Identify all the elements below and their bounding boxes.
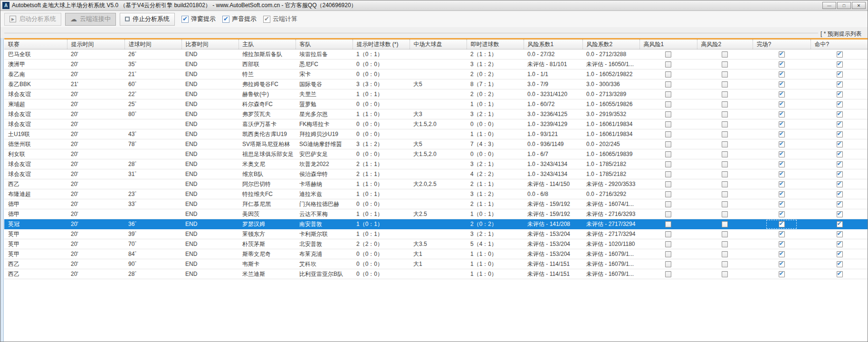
- table-row[interactable]: 英甲20'84ˉEND斯蒂文尼奇布莱克浦0（0：0）大11（1：0）未评估 - …: [4, 249, 868, 259]
- finished-checkbox[interactable]: ✔: [779, 91, 785, 98]
- finished-checkbox[interactable]: ✔: [779, 221, 785, 227]
- high-risk1-checkbox[interactable]: [665, 61, 671, 68]
- column-header-6[interactable]: 提示时进球数 (*): [353, 39, 410, 49]
- sound-alert-checkbox[interactable]: ✔: [222, 16, 229, 23]
- table-row[interactable]: 巴马全联20'26ˉEND维拉加斯后备队埃雷拉后备1（0：1）2（1：1）0.0…: [4, 49, 868, 59]
- high-risk2-checkbox[interactable]: [722, 101, 728, 107]
- high-risk1-checkbox[interactable]: [665, 111, 671, 117]
- high-risk1-checkbox[interactable]: [665, 231, 671, 237]
- high-risk1-checkbox[interactable]: [665, 241, 671, 247]
- cloud-compute-checkbox[interactable]: ✔: [263, 16, 270, 23]
- finished-checkbox[interactable]: ✔: [779, 51, 785, 58]
- table-row[interactable]: 英冠20'36ˉEND罗瑟汉姆南安普敦1（0：1）2（0：2）未评估 - 141…: [4, 219, 868, 229]
- high-risk1-checkbox[interactable]: [665, 71, 671, 78]
- table-row[interactable]: 德甲20'END美因茨云达不莱梅1（0：1）大2.51（0：1）未评估 - 15…: [4, 209, 868, 219]
- finished-checkbox[interactable]: ✔: [779, 101, 785, 107]
- column-header-2[interactable]: 进球时间: [124, 39, 181, 49]
- table-row[interactable]: 西乙20'28ˉEND米兰迪斯比利亚雷亚尔B队0（0：0）1（1：0）未评估 -…: [4, 269, 868, 279]
- high-risk2-checkbox[interactable]: [722, 211, 728, 217]
- table-row[interactable]: 澳洲甲20'35ˉEND西部联悉尼FC0（0：0）3（1：2）未评估 - 81/…: [4, 59, 868, 69]
- finished-checkbox[interactable]: ✔: [779, 261, 785, 267]
- column-header-11[interactable]: 高风险1: [639, 39, 697, 49]
- high-risk2-checkbox[interactable]: [722, 81, 728, 88]
- table-row[interactable]: 利女联20'END祖思足球俱乐部女足安巴萨女足0（0：0）大1.5,2.00（0…: [4, 149, 868, 159]
- high-risk1-checkbox[interactable]: [665, 131, 671, 137]
- high-risk1-checkbox[interactable]: [665, 101, 671, 107]
- high-risk1-checkbox[interactable]: [665, 171, 671, 177]
- high-risk1-checkbox[interactable]: [665, 161, 671, 167]
- high-risk1-checkbox[interactable]: [665, 211, 671, 217]
- table-row[interactable]: 柬埔超20'25ˉEND科尔森奇FC菠萝勉0（0：0）1（0：1）1.0 - 6…: [4, 99, 868, 109]
- hit-checkbox[interactable]: ✔: [837, 141, 843, 147]
- finished-checkbox[interactable]: ✔: [779, 191, 785, 197]
- table-row[interactable]: 西乙20'90ˉEND韦斯卡艾科坎0（0：0）大11（1：0）未评估 - 114…: [4, 259, 868, 269]
- high-risk2-checkbox[interactable]: [722, 161, 728, 167]
- hit-checkbox[interactable]: ✔: [837, 231, 843, 237]
- high-risk2-checkbox[interactable]: [722, 151, 728, 157]
- high-risk1-checkbox[interactable]: [665, 81, 671, 88]
- high-risk1-checkbox[interactable]: [665, 201, 671, 207]
- column-header-1[interactable]: 提示时间: [67, 39, 124, 49]
- hit-checkbox[interactable]: ✔: [837, 101, 843, 107]
- high-risk2-checkbox[interactable]: [722, 271, 728, 277]
- high-risk2-checkbox[interactable]: [722, 111, 728, 117]
- column-header-4[interactable]: 主队: [238, 39, 296, 49]
- table-row[interactable]: 德甲20'33ˉEND拜仁慕尼黑门兴格拉德巴赫0（0：0）2（1：1）未评估 -…: [4, 199, 868, 209]
- maximize-button[interactable]: □: [837, 2, 851, 9]
- column-header-0[interactable]: 联赛: [4, 39, 67, 49]
- table-row[interactable]: 球会友谊20'80ˉEND弗罗茨瓦夫星光多尔恩1（1：0）大33（2：1）3.0…: [4, 109, 868, 119]
- cloud-connecting-button[interactable]: ☁ 云端连接中: [65, 13, 116, 26]
- table-row[interactable]: 英甲20'70ˉEND朴茨茅斯北安普敦2（2：0）大3.55（4：1）未评估 -…: [4, 239, 868, 249]
- high-risk2-checkbox[interactable]: [722, 71, 728, 78]
- high-risk1-checkbox[interactable]: [665, 251, 671, 257]
- finished-checkbox[interactable]: ✔: [779, 71, 785, 78]
- high-risk2-checkbox[interactable]: [722, 91, 728, 98]
- high-risk2-checkbox[interactable]: [722, 181, 728, 187]
- column-header-5[interactable]: 客队: [296, 39, 353, 49]
- finished-checkbox[interactable]: ✔: [779, 61, 785, 68]
- high-risk1-checkbox[interactable]: [665, 51, 671, 58]
- finished-checkbox[interactable]: ✔: [779, 161, 785, 167]
- high-risk1-checkbox[interactable]: [665, 141, 671, 147]
- high-risk1-checkbox[interactable]: [665, 91, 671, 98]
- finished-checkbox[interactable]: ✔: [779, 271, 785, 277]
- hit-checkbox[interactable]: ✔: [837, 131, 843, 137]
- finished-checkbox[interactable]: ✔: [779, 141, 785, 147]
- hit-checkbox[interactable]: ✔: [837, 111, 843, 117]
- finished-checkbox[interactable]: ✔: [779, 201, 785, 207]
- high-risk1-checkbox[interactable]: [665, 121, 671, 127]
- table-row[interactable]: 英甲20'39ˉEND莱顿东方卡利斯尔联1（0：1）3（2：1）未评估 - 15…: [4, 229, 868, 239]
- table-row[interactable]: 球会友谊20'31ˉEND维京B队侯治森华特2（1：1）4（2：2）1.0 - …: [4, 169, 868, 179]
- finished-checkbox[interactable]: ✔: [779, 81, 785, 88]
- hit-checkbox[interactable]: ✔: [837, 161, 843, 167]
- table-row[interactable]: 球会友谊20'END嘉沃伊万基卡FK梅塔拉卡0（0：0）大1.5,2.00（0：…: [4, 119, 868, 129]
- high-risk2-checkbox[interactable]: [722, 61, 728, 68]
- table-row[interactable]: 德堡州联20'78ˉENDSV塔斯马尼亚柏林SG迪纳摩舒维茵3（1：2）大57（…: [4, 139, 868, 149]
- column-header-8[interactable]: 即时进球数: [467, 39, 524, 49]
- hit-checkbox[interactable]: ✔: [837, 151, 843, 157]
- finished-checkbox[interactable]: ✔: [779, 181, 785, 187]
- minimize-button[interactable]: —: [822, 2, 836, 9]
- hit-checkbox[interactable]: ✔: [837, 221, 843, 227]
- hit-checkbox[interactable]: ✔: [837, 171, 843, 177]
- high-risk2-checkbox[interactable]: [722, 191, 728, 197]
- column-header-13[interactable]: 完场?: [753, 39, 811, 49]
- hit-checkbox[interactable]: ✔: [837, 121, 843, 127]
- finished-checkbox[interactable]: ✔: [779, 111, 785, 117]
- column-header-7[interactable]: 中场大球盘: [410, 39, 467, 49]
- side-panel-splitter[interactable]: [0, 38, 4, 342]
- finished-checkbox[interactable]: ✔: [779, 121, 785, 127]
- high-risk2-checkbox[interactable]: [722, 241, 728, 247]
- close-button[interactable]: ✕: [852, 2, 866, 9]
- column-header-10[interactable]: 风险系数2: [582, 39, 639, 49]
- high-risk2-checkbox[interactable]: [722, 251, 728, 257]
- high-risk2-checkbox[interactable]: [722, 231, 728, 237]
- table-row[interactable]: 球会友谊20'28ˉEND米奥文尼坎普龙20222（1：1）3（2：1）1.0 …: [4, 159, 868, 169]
- high-risk1-checkbox[interactable]: [665, 271, 671, 277]
- hit-checkbox[interactable]: ✔: [837, 251, 843, 257]
- finished-checkbox[interactable]: ✔: [779, 231, 785, 237]
- high-risk2-checkbox[interactable]: [722, 141, 728, 147]
- table-row[interactable]: 球会友谊20'22ˉEND赫鲁钦(中)夫里兰1（0：1）2（0：2）0.0 - …: [4, 89, 868, 99]
- table-row[interactable]: 泰乙南20'21ˉEND特兰宋卡0（0：0）2（0：2）1.0 - 1/11.0…: [4, 69, 868, 79]
- table-row[interactable]: 土U19联20'43ˉEND凯西奥伦古库U19拜拉姆贝沙U190（0：0）1（1…: [4, 129, 868, 139]
